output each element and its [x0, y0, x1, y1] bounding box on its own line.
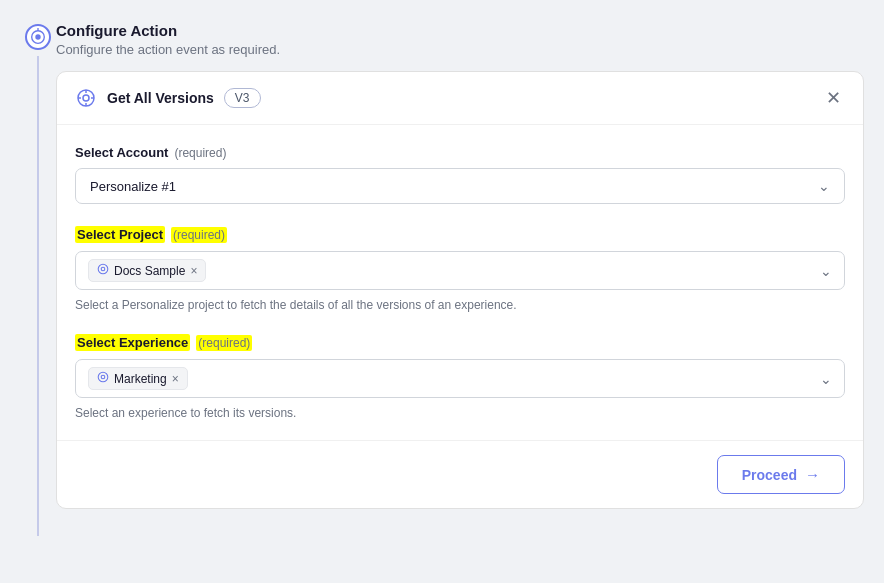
section-header: Configure Action Configure the action ev…: [56, 20, 864, 65]
experience-tag-chip: Marketing ×: [88, 367, 188, 390]
experience-required-text: (required): [196, 335, 252, 351]
proceed-arrow-icon: →: [805, 466, 820, 483]
project-label-text: Select Project: [75, 226, 165, 243]
svg-point-10: [101, 267, 105, 271]
project-tag-value: Docs Sample: [114, 264, 185, 278]
action-icon: [75, 87, 97, 109]
account-label-text: Select Account: [75, 145, 168, 160]
vertical-line: [37, 56, 39, 536]
page-title: Configure Action: [56, 22, 864, 39]
project-dropdown[interactable]: Docs Sample × ⌄: [75, 251, 845, 290]
account-dropdown[interactable]: Personalize #1 ⌄: [75, 168, 845, 204]
experience-label: Select Experience (required): [75, 334, 845, 351]
experience-label-text: Select Experience: [75, 334, 190, 351]
close-icon: ✕: [826, 87, 841, 109]
step-icon: [25, 24, 51, 50]
svg-point-1: [35, 34, 40, 39]
account-chevron-icon: ⌄: [818, 178, 830, 194]
proceed-button[interactable]: Proceed →: [717, 455, 845, 494]
main-content: Configure Action Configure the action ev…: [56, 20, 864, 536]
svg-point-12: [101, 375, 105, 379]
experience-chevron-icon: ⌄: [820, 371, 832, 387]
project-tag-remove[interactable]: ×: [190, 264, 197, 278]
experience-tag-icon: [97, 371, 109, 386]
svg-point-9: [98, 264, 108, 274]
get-versions-icon: [76, 88, 96, 108]
project-label-inner: Select Project: [77, 227, 163, 242]
svg-point-11: [98, 372, 108, 382]
card-header: Get All Versions V3 ✕: [57, 72, 863, 125]
experience-field-group: Select Experience (required): [75, 334, 845, 420]
experience-label-inner: Select Experience: [77, 335, 188, 350]
page-container: Configure Action Configure the action ev…: [20, 20, 864, 536]
step-svg-icon: [29, 28, 47, 46]
experience-tag-svg-icon: [97, 371, 109, 383]
project-label: Select Project (required): [75, 226, 845, 243]
experience-tag-value: Marketing: [114, 372, 167, 386]
project-tag-icon: [97, 263, 109, 278]
configure-card: Get All Versions V3 ✕ Select Account (re…: [56, 71, 864, 509]
card-header-left: Get All Versions V3: [75, 87, 261, 109]
account-field-group: Select Account (required) Personalize #1…: [75, 145, 845, 204]
close-button[interactable]: ✕: [821, 86, 845, 110]
action-title: Get All Versions: [107, 90, 214, 106]
project-required-text: (required): [171, 227, 227, 243]
svg-point-4: [83, 95, 89, 101]
account-value: Personalize #1: [90, 179, 176, 194]
account-label: Select Account (required): [75, 145, 845, 160]
card-footer: Proceed →: [57, 440, 863, 508]
card-body: Select Account (required) Personalize #1…: [57, 125, 863, 440]
left-rail: [20, 20, 56, 536]
account-required-text: (required): [174, 146, 226, 160]
proceed-label: Proceed: [742, 467, 797, 483]
project-hint: Select a Personalize project to fetch th…: [75, 298, 845, 312]
project-chevron-icon: ⌄: [820, 263, 832, 279]
experience-tag-left: Marketing ×: [88, 367, 188, 390]
experience-dropdown[interactable]: Marketing × ⌄: [75, 359, 845, 398]
experience-hint: Select an experience to fetch its versio…: [75, 406, 845, 420]
project-field-group: Select Project (required): [75, 226, 845, 312]
experience-tag-remove[interactable]: ×: [172, 372, 179, 386]
project-tag-chip: Docs Sample ×: [88, 259, 206, 282]
page-subtitle: Configure the action event as required.: [56, 42, 864, 57]
version-badge: V3: [224, 88, 261, 108]
project-tag-left: Docs Sample ×: [88, 259, 206, 282]
project-tag-svg-icon: [97, 263, 109, 275]
